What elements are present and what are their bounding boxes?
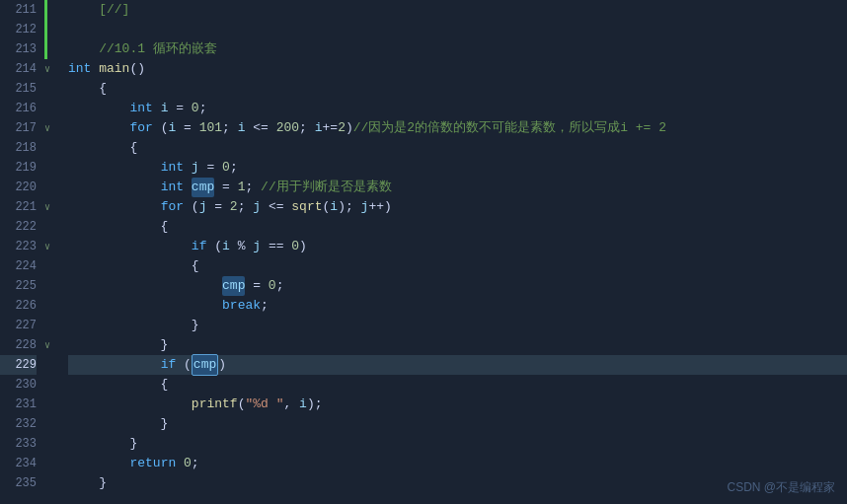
code-content[interactable]: [//] //10.1 循环的嵌套 int main() { int i = 0…	[64, 0, 847, 504]
code-line-212	[68, 20, 847, 39]
gutter: ∨ ∨ ∨ ∨ ∨	[44, 0, 64, 504]
code-line-217: for ( i = 101 ; i <= 200 ; i += 2 ) //因为…	[68, 118, 847, 138]
watermark: CSDN @不是编程家	[727, 479, 835, 496]
code-line-232: }	[68, 414, 847, 434]
code-line-218: {	[68, 138, 847, 158]
code-line-216: int i = 0 ;	[68, 99, 847, 118]
code-line-211: [//]	[68, 0, 847, 20]
code-line-222: {	[68, 217, 847, 237]
code-line-215: {	[68, 79, 847, 99]
code-line-214: int main()	[68, 59, 847, 79]
code-line-225: cmp = 0 ;	[68, 276, 847, 296]
code-line-234: return 0 ;	[68, 454, 847, 473]
code-line-219: int j = 0 ;	[68, 158, 847, 178]
code-line-230: {	[68, 375, 847, 395]
code-line-223: if ( i % j == 0 )	[68, 237, 847, 256]
code-line-213: //10.1 循环的嵌套	[68, 39, 847, 59]
code-line-233: }	[68, 434, 847, 454]
code-line-220: int cmp = 1 ; //用于判断是否是素数	[68, 178, 847, 197]
code-editor: 211 212 213 214 215 216 217 218 219 220 …	[0, 0, 847, 504]
code-line-228: }	[68, 335, 847, 355]
code-line-224: {	[68, 256, 847, 276]
code-line-227: }	[68, 316, 847, 335]
line-numbers: 211 212 213 214 215 216 217 218 219 220 …	[0, 0, 44, 504]
code-line-229: if ( cmp )	[68, 355, 847, 375]
code-line-226: break ;	[68, 296, 847, 316]
code-line-221: for ( j = 2 ; j <= sqrt ( i ); j ++)	[68, 197, 847, 217]
code-line-231: printf ( "%d " , i );	[68, 395, 847, 414]
